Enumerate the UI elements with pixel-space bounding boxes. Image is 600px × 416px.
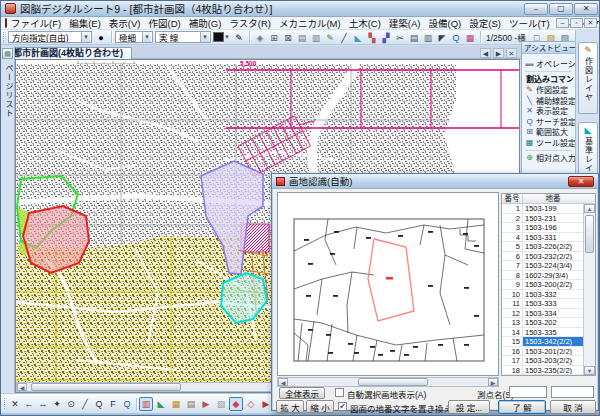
column-header-lot[interactable]: 地番: [523, 194, 583, 203]
snap-icon[interactable]: ✦: [50, 397, 64, 411]
table-row[interactable]: 5 1503-226(2/2): [502, 242, 583, 252]
table-row[interactable]: 8 1602-29(3/4): [502, 271, 583, 281]
assist-item[interactable]: ▦ ツール設定: [522, 137, 575, 148]
snap-icon[interactable]: Q: [120, 397, 134, 411]
toolbar-icon[interactable]: ◤: [435, 31, 449, 44]
assist-item[interactable]: ╲ 補助線設定: [522, 95, 575, 106]
snap-icon[interactable]: ⊙: [64, 397, 78, 411]
menu-item[interactable]: メカニカル(M): [275, 16, 345, 30]
raster-icon[interactable]: ▦: [169, 397, 183, 411]
table-row[interactable]: 12 1503-334: [502, 309, 583, 319]
table-row[interactable]: 1 1503-199: [502, 204, 583, 214]
page-list-icon[interactable]: ▤: [2, 48, 13, 59]
line-style-combo[interactable]: 実 線▼: [155, 31, 211, 43]
window-control-button[interactable]: ‒: [524, 3, 548, 15]
toolbar-icon[interactable]: ▥: [309, 31, 323, 44]
mdi-control-icon[interactable]: ‒: [556, 18, 569, 28]
menu-item[interactable]: 土木(C): [345, 16, 385, 30]
draw-layer-tab[interactable]: ✎ 作図レイヤ: [578, 42, 598, 114]
direction-combo[interactable]: 方向指定(自由)▼: [8, 31, 92, 43]
assist-item-operation-bar[interactable]: ▬ オペレーションバ..: [522, 58, 575, 69]
assist-item-relative-point[interactable]: ⊕ 相対点入力: [522, 153, 575, 164]
pen-icon[interactable]: ✎: [232, 31, 246, 44]
toolbar-icon[interactable]: ╱: [337, 31, 351, 44]
scroll-down-icon[interactable]: ▼: [584, 366, 595, 375]
zoom-out-button[interactable]: 縮 小: [306, 400, 334, 413]
table-row[interactable]: 17 1503-203(2/2): [502, 356, 583, 366]
table-row[interactable]: 13 1503-202: [502, 318, 583, 328]
chevron-down-icon[interactable]: ▼: [224, 34, 230, 40]
raster-icon[interactable]: ▨: [214, 397, 228, 411]
toolbar-icon[interactable]: Q: [449, 31, 463, 44]
page-list-tab[interactable]: ページリスト: [3, 64, 14, 118]
scrollbar-thumb[interactable]: [585, 215, 594, 253]
chevron-down-icon[interactable]: ▼: [200, 32, 209, 42]
raster-icon[interactable]: ▥: [139, 397, 153, 411]
scrollbar-thumb[interactable]: [31, 383, 181, 391]
chevron-down-icon[interactable]: ▼: [142, 32, 151, 42]
scrollbar-thumb[interactable]: [358, 378, 428, 386]
toolbar-icon[interactable]: ▦: [463, 31, 477, 44]
parcel-preview[interactable]: [277, 192, 499, 376]
raster-icon[interactable]: ◣: [154, 397, 168, 411]
color-picker[interactable]: ▼: [213, 32, 230, 42]
raster-icon[interactable]: ▤: [184, 397, 198, 411]
toolbar-icon[interactable]: ⊠: [281, 31, 295, 44]
snap-icon[interactable]: ←: [22, 397, 36, 411]
parcel-preview-canvas[interactable]: [278, 193, 498, 375]
toolbar-icon[interactable]: ⊞: [267, 31, 281, 44]
snap-icon[interactable]: ↔: [36, 397, 50, 411]
table-row[interactable]: 18 1503-235(2/2): [502, 366, 583, 376]
settings-button[interactable]: 設 定...: [448, 400, 490, 414]
toolbar-icon[interactable]: ◣: [351, 31, 365, 44]
toolbar-icon[interactable]: ▞: [379, 31, 393, 44]
table-row[interactable]: 11 1503-333: [502, 299, 583, 309]
dialog-title-bar[interactable]: 画地認識(自動): [272, 174, 598, 189]
menu-item[interactable]: 建築(A): [385, 16, 425, 30]
table-row[interactable]: 9 1503-200(2/2): [502, 280, 583, 290]
lock-icon[interactable]: ●: [94, 31, 108, 44]
menu-item[interactable]: 編集(E): [65, 16, 105, 30]
table-row[interactable]: 7 1503-224(3/4): [502, 261, 583, 271]
raster-icon[interactable]: ◇: [244, 397, 258, 411]
window-control-button[interactable]: ▢: [549, 3, 573, 15]
menu-item[interactable]: 作図(D): [144, 16, 184, 30]
zoom-in-button[interactable]: 拡 大: [276, 400, 304, 413]
menu-item[interactable]: 設定(S): [465, 16, 505, 30]
scroll-right-icon[interactable]: ▶: [488, 378, 498, 386]
cancel-button[interactable]: 取 消: [550, 400, 596, 414]
replace-text-checkbox[interactable]: ✔: [338, 402, 347, 411]
point-name-input-2[interactable]: [551, 386, 594, 398]
menu-item[interactable]: ラスタ(R): [225, 16, 275, 30]
toolbar-icon[interactable]: ✂: [393, 31, 407, 44]
mdi-control-icon[interactable]: ▫: [570, 18, 583, 28]
dialog-close-button[interactable]: ✕: [568, 176, 594, 187]
mdi-control-icon[interactable]: ✕: [584, 18, 597, 28]
table-row[interactable]: 6 1503-232(2/2): [502, 252, 583, 262]
point-name-input-1[interactable]: [509, 386, 547, 398]
toolbar-icon[interactable]: ▤: [407, 31, 421, 44]
tab-nav-icon[interactable]: ▶: [493, 48, 504, 58]
menu-item[interactable]: 表示(V): [105, 16, 145, 30]
snap-icon[interactable]: ╱: [78, 397, 92, 411]
toolbar-icon[interactable]: ▤: [295, 31, 309, 44]
ok-button[interactable]: 了 解: [498, 400, 546, 414]
scroll-up-icon[interactable]: ▲: [584, 204, 595, 213]
table-row[interactable]: 3 1503-196: [502, 223, 583, 233]
table-row[interactable]: 14 1503-335: [502, 328, 583, 338]
menu-item[interactable]: ツール(T): [505, 16, 554, 30]
assist-item[interactable]: ⊞ 範囲拡大: [522, 127, 575, 138]
whole-view-button[interactable]: 全体表示: [279, 387, 325, 399]
raster-icon[interactable]: ▶: [199, 397, 213, 411]
table-row[interactable]: 4 1503-331: [502, 233, 583, 243]
tab-nav-icon[interactable]: ◀: [480, 48, 491, 58]
assist-item[interactable]: Q サーチ設定: [522, 116, 575, 127]
column-header-number[interactable]: 番号: [502, 194, 523, 203]
assist-item[interactable]: ✎ 作図設定: [522, 85, 575, 96]
toolbar-grip[interactable]: [4, 398, 7, 409]
auto-show-checkbox[interactable]: [335, 388, 344, 397]
snap-icon[interactable]: ✕: [8, 397, 22, 411]
table-vertical-scrollbar[interactable]: ▲ ▼: [583, 204, 595, 375]
scroll-left-icon[interactable]: ◀: [278, 378, 288, 386]
menu-item[interactable]: 補助(G): [185, 16, 226, 30]
